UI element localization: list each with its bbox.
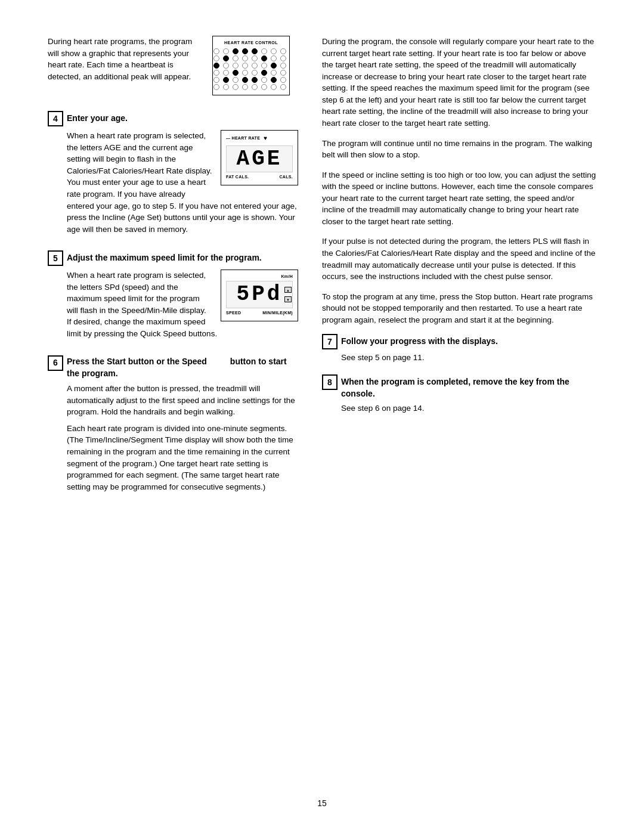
- hr-dot: [213, 48, 219, 54]
- hr-dot: [242, 48, 248, 54]
- right-p5: To stop the program at any time, press t…: [322, 291, 596, 326]
- spd-side-buttons: ▲ ▼: [284, 287, 292, 302]
- age-display-box: — HEART RATE ♥ AGE FAT CALS. CALS.: [221, 130, 298, 185]
- hr-dot: [271, 55, 277, 61]
- hr-dot: [233, 55, 239, 61]
- age-display-figure: — HEART RATE ♥ AGE FAT CALS. CALS.: [221, 130, 298, 185]
- step-5-title: Adjust the maximum speed limit for the p…: [67, 250, 262, 264]
- step-4-header: 4 Enter your age.: [48, 111, 298, 126]
- hr-dot: [223, 63, 229, 69]
- step-8-title: When the program is completed, remove th…: [341, 374, 596, 400]
- step-6-number: 6: [48, 355, 63, 371]
- hr-dot: [233, 48, 239, 54]
- right-p3: If the speed or incline setting is too h…: [322, 169, 596, 228]
- hr-dot: [271, 48, 277, 54]
- speed-label: SPEED: [226, 310, 241, 316]
- step-7-body-text: See step 5 on page 11.: [341, 352, 596, 364]
- spd-wrapper: 5Pd ▲ ▼: [226, 281, 293, 308]
- age-display-text: AGE: [237, 147, 283, 171]
- step-8-body-text: See step 6 on page 14.: [341, 402, 596, 414]
- intro-block: During heart rate programs, the program …: [48, 36, 298, 100]
- hr-dot: [280, 63, 286, 69]
- hr-dot: [223, 84, 229, 90]
- hr-dot: [242, 84, 248, 90]
- heart-icon: ♥: [264, 134, 267, 143]
- step-4-block: 4 Enter your age. — HEART RATE ♥ AGE: [48, 111, 298, 240]
- hr-dot: [261, 55, 267, 61]
- page-number: 15: [317, 797, 327, 809]
- age-segment-display: AGE: [226, 145, 293, 173]
- hr-dot: [213, 55, 219, 61]
- hr-dot: [242, 70, 248, 76]
- step-5-header: 5 Adjust the maximum speed limit for the…: [48, 250, 298, 266]
- right-p2: The program will continue until no time …: [322, 138, 596, 161]
- hr-dot: [280, 77, 286, 83]
- step-8-block: 8 When the program is completed, remove …: [322, 374, 596, 414]
- hr-control-box: HEART RATE CONTROL: [212, 36, 290, 95]
- step-7-block: 7 Follow your progress with the displays…: [322, 334, 596, 364]
- step-8-body: See step 6 on page 14.: [341, 402, 596, 414]
- age-display-top: — HEART RATE ♥: [226, 134, 293, 143]
- hr-dot: [261, 77, 267, 83]
- hr-dot: [271, 63, 277, 69]
- hr-dot: [213, 70, 219, 76]
- hr-dot: [213, 84, 219, 90]
- page: During heart rate programs, the program …: [0, 0, 644, 833]
- hr-dot: [280, 84, 286, 90]
- hr-dot: [271, 70, 277, 76]
- hr-dot: [280, 48, 286, 54]
- hr-dot: [261, 70, 267, 76]
- hr-dot: [252, 70, 258, 76]
- right-p1: During the program, the console will reg…: [322, 36, 596, 129]
- hr-dot: [213, 63, 219, 69]
- hr-dot: [223, 48, 229, 54]
- heart-rate-control-figure: HEART RATE CONTROL: [212, 36, 290, 95]
- step-7-number: 7: [322, 334, 338, 349]
- hr-dot: [271, 77, 277, 83]
- fat-cals-label: FAT CALS.: [226, 174, 249, 180]
- spd-display-text: 5Pd: [237, 282, 283, 306]
- hr-dot: [271, 84, 277, 90]
- spd-bottom-labels: SPEED MIN/MILE(km): [226, 310, 293, 316]
- hr-dot: [242, 77, 248, 83]
- spd-down-button[interactable]: ▼: [284, 296, 292, 302]
- hr-dot: [223, 55, 229, 61]
- step-7-header: 7 Follow your progress with the displays…: [322, 334, 596, 349]
- cals-label: CALS.: [280, 174, 293, 180]
- step-6-title-wrap: Press the Start button or the Speed butt…: [67, 355, 298, 380]
- step-5-body: Km/H 5Pd ▲ ▼: [67, 270, 298, 344]
- spd-segment-display: 5Pd: [226, 281, 293, 308]
- right-column: During the program, the console will reg…: [322, 36, 596, 503]
- hr-dot: [223, 70, 229, 76]
- step-6-body-text-1: A moment after the button is pressed, th…: [67, 383, 298, 418]
- spd-display-figure: Km/H 5Pd ▲ ▼: [221, 270, 298, 321]
- step-8-header: 8 When the program is completed, remove …: [322, 374, 596, 400]
- step-6-body-text-2: Each heart rate program is divided into …: [67, 423, 298, 493]
- spd-up-button[interactable]: ▲: [284, 287, 292, 293]
- step-6-body: A moment after the button is pressed, th…: [67, 383, 298, 493]
- right-p4: If your pulse is not detected during the…: [322, 236, 596, 282]
- hr-dot: [223, 77, 229, 83]
- hr-dot: [252, 63, 258, 69]
- hr-dot: [233, 84, 239, 90]
- step-6-block: 6 Press the Start button or the Speed bu…: [48, 355, 298, 493]
- intro-text: During heart rate programs, the program …: [48, 36, 204, 82]
- hr-dot: [261, 84, 267, 90]
- step-4-number: 4: [48, 111, 63, 126]
- hr-dot: [280, 55, 286, 61]
- hr-dots-grid: [218, 48, 284, 90]
- step-7-title: Follow your progress with the displays.: [341, 334, 498, 347]
- hr-dot: [252, 55, 258, 61]
- step-6-title: Press the Start button or the Speed butt…: [67, 355, 287, 378]
- hr-dot: [233, 70, 239, 76]
- heart-rate-label: — HEART RATE: [226, 135, 260, 141]
- spd-top-label: Km/H: [226, 274, 293, 280]
- step-5-number: 5: [48, 250, 63, 266]
- hr-dot: [261, 48, 267, 54]
- hr-dot: [252, 84, 258, 90]
- min-mile-label: MIN/MILE(km): [262, 310, 293, 316]
- hr-dot: [280, 70, 286, 76]
- step-7-body: See step 5 on page 11.: [341, 352, 596, 364]
- step-6-header: 6 Press the Start button or the Speed bu…: [48, 355, 298, 380]
- hr-dot: [242, 55, 248, 61]
